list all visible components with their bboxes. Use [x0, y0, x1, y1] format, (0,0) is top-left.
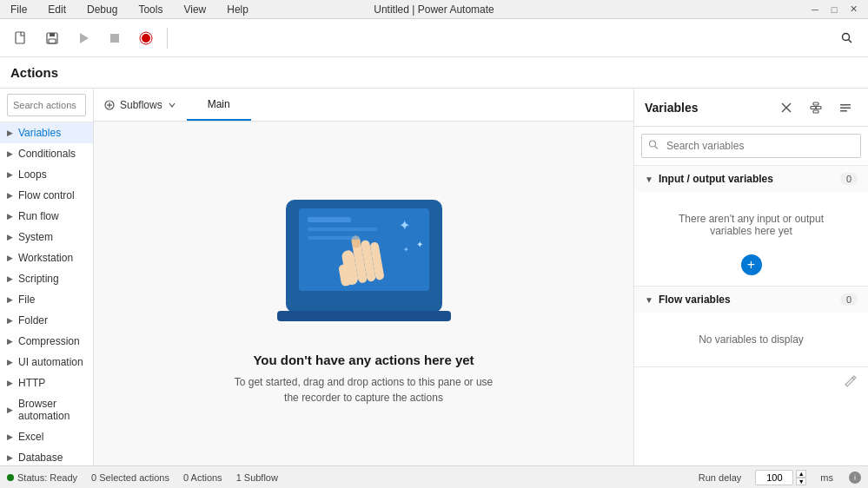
- main-tab[interactable]: Main: [187, 89, 251, 121]
- edit-icon-container: [634, 367, 868, 395]
- sidebar-item-label: System: [18, 231, 53, 243]
- sidebar-item-label: Conditionals: [18, 148, 76, 160]
- menu-help[interactable]: Help: [223, 2, 252, 17]
- menu-file[interactable]: File: [7, 2, 30, 17]
- close-button[interactable]: ✕: [845, 3, 861, 16]
- input-output-section-count: 0: [840, 173, 858, 185]
- run-button[interactable]: [70, 24, 97, 52]
- empty-state-description: To get started, drag and drop actions to…: [234, 374, 494, 406]
- sidebar-item-label: Browser automation: [18, 398, 86, 422]
- maximize-button[interactable]: □: [826, 3, 842, 16]
- variables-extra-button[interactable]: [833, 96, 858, 120]
- chevron-icon: ▶: [7, 406, 13, 414]
- svg-rect-32: [811, 106, 816, 109]
- sidebar-item-http[interactable]: ▶ HTTP: [0, 373, 93, 393]
- status-label: Status: Ready: [17, 472, 77, 483]
- svg-rect-33: [816, 106, 821, 109]
- toolbar-separator: [167, 28, 168, 49]
- info-icon[interactable]: i: [849, 472, 861, 484]
- flow-variables-section-title: Flow variables: [659, 293, 835, 306]
- run-delay-down-button[interactable]: ▼: [796, 478, 806, 485]
- flow-canvas[interactable]: ✦ ✦ ✦: [94, 122, 633, 465]
- svg-rect-27: [277, 311, 451, 321]
- input-output-empty-text: There aren't any input or output variabl…: [648, 199, 854, 251]
- search-icon: [648, 140, 659, 153]
- toolbar: [0, 19, 868, 57]
- flow-variables-section: ▼ Flow variables 0 No variables to displ…: [634, 287, 868, 367]
- sidebar-item-label: Excel: [18, 431, 43, 443]
- svg-rect-0: [16, 32, 24, 43]
- sidebar-item-ui-automation[interactable]: ▶ UI automation: [0, 352, 93, 373]
- sidebar-item-variables[interactable]: ▶ Variables: [0, 122, 93, 143]
- run-delay-control: ▲ ▼: [755, 470, 806, 485]
- variables-settings-button[interactable]: [804, 96, 828, 120]
- sidebar-item-flow-control[interactable]: ▶ Flow control: [0, 185, 93, 206]
- sidebar-item-label: UI automation: [18, 356, 83, 368]
- chevron-icon: ▶: [7, 170, 13, 179]
- flow-variables-section-header[interactable]: ▼ Flow variables 0: [634, 287, 868, 313]
- svg-rect-2: [50, 33, 55, 36]
- save-button[interactable]: [38, 24, 66, 52]
- new-button[interactable]: [7, 24, 35, 52]
- sidebar-item-database[interactable]: ▶ Database: [0, 447, 93, 465]
- sidebar-item-label: HTTP: [18, 377, 45, 389]
- svg-rect-30: [813, 102, 818, 105]
- chevron-icon: ▶: [7, 379, 13, 387]
- svg-rect-5: [110, 34, 119, 43]
- add-variable-button[interactable]: +: [741, 254, 762, 275]
- chevron-icon: ▶: [7, 274, 13, 283]
- sidebar-item-excel[interactable]: ▶ Excel: [0, 426, 93, 447]
- flow-variables-section-count: 0: [840, 293, 858, 306]
- sidebar-item-system[interactable]: ▶ System: [0, 227, 93, 247]
- run-delay-label: Run delay: [699, 472, 742, 483]
- subflows-button[interactable]: Subflows: [94, 89, 187, 121]
- status-ready-item: Status: Ready: [7, 472, 77, 483]
- record-button[interactable]: [132, 24, 160, 52]
- sidebar-item-folder[interactable]: ▶ Folder: [0, 310, 93, 331]
- svg-point-37: [650, 141, 656, 147]
- variables-search-input[interactable]: [641, 134, 861, 158]
- variables-close-button[interactable]: [774, 96, 798, 120]
- run-delay-up-button[interactable]: ▲: [796, 470, 806, 478]
- sidebar-item-scripting[interactable]: ▶ Scripting: [0, 268, 93, 289]
- sidebar-item-compression[interactable]: ▶ Compression: [0, 331, 93, 352]
- sidebar-item-conditionals[interactable]: ▶ Conditionals: [0, 143, 93, 164]
- variables-panel-title: Variables: [645, 101, 699, 115]
- subflow-bar: Subflows Main: [94, 89, 633, 122]
- sidebar-item-run-flow[interactable]: ▶ Run flow: [0, 206, 93, 227]
- chevron-icon: ▶: [7, 316, 13, 325]
- sidebar-item-label: Run flow: [18, 210, 59, 222]
- menu-tools[interactable]: Tools: [135, 2, 166, 17]
- variables-header-icons: [774, 96, 858, 120]
- sidebar-item-browser-automation[interactable]: ▶ Browser automation: [0, 393, 93, 426]
- minimize-button[interactable]: ─: [807, 3, 823, 16]
- search-button[interactable]: [833, 24, 861, 52]
- chevron-icon: ▶: [7, 212, 13, 221]
- menu-debug[interactable]: Debug: [83, 2, 121, 17]
- sidebar-item-workstation[interactable]: ▶ Workstation: [0, 247, 93, 268]
- run-delay-unit: ms: [820, 472, 833, 483]
- chevron-icon: ▶: [7, 233, 13, 241]
- menu-view[interactable]: View: [180, 2, 209, 17]
- menu-edit[interactable]: Edit: [44, 2, 70, 17]
- svg-point-6: [142, 34, 150, 43]
- run-delay-input[interactable]: [755, 470, 793, 485]
- sidebar-item-label: Folder: [18, 314, 48, 326]
- statusbar: Status: Ready 0 Selected actions 0 Actio…: [0, 465, 868, 488]
- svg-text:✦: ✦: [416, 240, 423, 249]
- flow-variables-section-body: No variables to display: [634, 313, 868, 366]
- chevron-icon: ▶: [7, 358, 13, 366]
- input-output-section-header[interactable]: ▼ Input / output variables 0: [634, 166, 868, 192]
- variables-panel: Variables: [633, 89, 868, 465]
- sidebar-item-loops[interactable]: ▶ Loops: [0, 164, 93, 185]
- sidebar-item-label: Database: [18, 452, 63, 464]
- stop-button[interactable]: [101, 24, 129, 52]
- center-pane: Subflows Main: [94, 89, 633, 465]
- search-input[interactable]: [7, 94, 86, 116]
- svg-rect-25: [308, 228, 377, 231]
- selected-actions-count: 0 Selected actions: [91, 472, 169, 483]
- chevron-icon: ▶: [7, 432, 13, 441]
- menu-bar: File Edit Debug Tools View Help: [7, 2, 252, 17]
- window-controls: ─ □ ✕: [807, 3, 861, 16]
- sidebar-item-file[interactable]: ▶ File: [0, 289, 93, 310]
